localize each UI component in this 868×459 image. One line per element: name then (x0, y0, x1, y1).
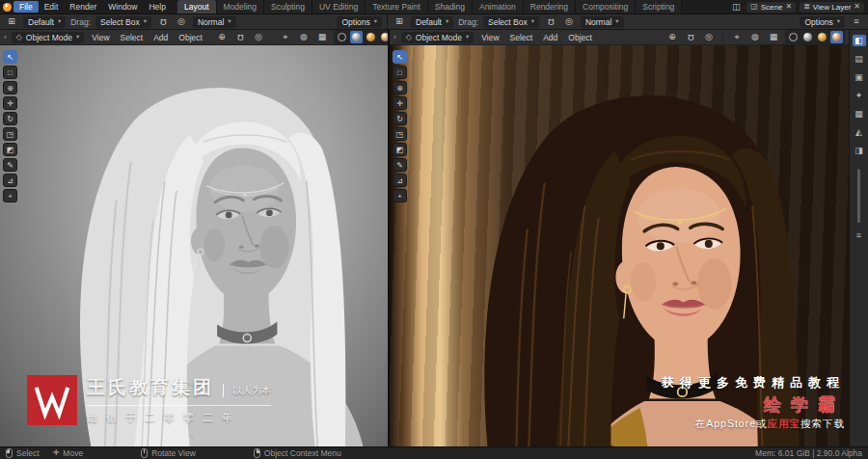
tab-compositing[interactable]: Compositing (576, 0, 636, 14)
snap-magnet-icon[interactable]: Ω (233, 32, 247, 43)
scale-tool[interactable]: ◳ (393, 127, 407, 141)
xray-icon[interactable]: ▦ (315, 32, 329, 43)
options-dropdown[interactable]: Options ▾ (337, 16, 382, 28)
select-box-tool[interactable]: □ (3, 66, 17, 79)
transform-tool[interactable]: ◩ (3, 143, 17, 156)
shading-wireframe-icon[interactable] (787, 31, 800, 43)
shading-rendered-icon[interactable] (830, 31, 843, 43)
menu-select[interactable]: Select (507, 33, 536, 42)
tab-sculpting[interactable]: Sculpting (264, 0, 312, 14)
blender-logo-icon[interactable] (0, 0, 14, 14)
proportional-editing-icon[interactable]: ◎ (252, 32, 265, 43)
menu-file[interactable]: File (14, 1, 39, 13)
shading-wireframe-icon[interactable] (336, 31, 348, 43)
tab-texture-paint[interactable]: Texture Paint (366, 0, 428, 14)
shading-material-icon[interactable] (365, 31, 377, 43)
cursor-tool[interactable]: ⊕ (3, 81, 17, 94)
rotate-tool[interactable]: ↻ (3, 112, 17, 125)
snap-magnet-icon[interactable]: Ω (544, 16, 557, 28)
menu-view[interactable]: View (478, 33, 502, 42)
drag-mode-dropdown[interactable]: Select Box ▾ (95, 16, 151, 28)
snap-magnet-icon[interactable]: Ω (156, 16, 170, 28)
cursor-tool[interactable]: ⊕ (393, 81, 407, 94)
tab-shading[interactable]: Shading (428, 0, 473, 14)
menu-object[interactable]: Object (176, 33, 205, 42)
menu-render[interactable]: Render (64, 0, 102, 14)
menu-object[interactable]: Object (565, 33, 595, 42)
proportional-editing-icon[interactable]: ◎ (562, 16, 576, 28)
tweak-tool[interactable]: ↖ (393, 50, 407, 64)
shading-solid-icon[interactable] (801, 31, 814, 43)
tab-rendering[interactable]: Rendering (524, 0, 576, 14)
close-icon[interactable]: ✕ (854, 3, 860, 11)
menu-select[interactable]: Select (118, 33, 147, 42)
annotate-tool[interactable]: ✎ (3, 158, 17, 172)
measure-tool[interactable]: ⊿ (393, 174, 407, 187)
tab-animation[interactable]: Animation (473, 0, 524, 14)
snap-target-dropdown[interactable]: Normal ▾ (193, 16, 236, 28)
close-icon[interactable]: ✕ (785, 3, 792, 11)
overlays-icon[interactable]: ◍ (297, 32, 311, 43)
watermark-since: 始创于二零零二年 (87, 405, 271, 425)
transform-orientation-icon[interactable]: ⊕ (665, 32, 679, 43)
add-cube-tool[interactable]: + (393, 189, 407, 202)
menu-add[interactable]: Add (150, 33, 171, 42)
move-tool[interactable]: ✛ (393, 96, 407, 110)
measure-tool[interactable]: ⊿ (3, 174, 17, 187)
shading-material-icon[interactable] (816, 31, 828, 43)
collapse-arrow-icon[interactable]: ‹ (4, 34, 7, 41)
menu-add[interactable]: Add (540, 33, 560, 42)
active-tool-icon[interactable]: ⊞ (5, 16, 18, 28)
snap-target-dropdown[interactable]: Normal ▾ (581, 16, 624, 28)
properties-tab-icon[interactable]: ◧ (853, 35, 866, 46)
orientation-dropdown[interactable]: Default ▾ (23, 16, 66, 28)
menu-window[interactable]: Window (102, 0, 143, 14)
tab-uv-editing[interactable]: UV Editing (312, 0, 366, 14)
menu-view[interactable]: View (89, 33, 112, 42)
collapse-arrow-icon[interactable]: ‹ (393, 34, 396, 41)
image-tab-icon[interactable]: ▣ (853, 71, 866, 83)
sliders-icon[interactable]: ≡ (850, 16, 863, 28)
menu-tab-icon[interactable]: ≡ (853, 230, 866, 241)
gizmo-icon[interactable]: ⌖ (730, 32, 744, 43)
xray-icon[interactable]: ▦ (767, 32, 780, 43)
tab-modeling[interactable]: Modeling (217, 0, 265, 14)
shading-solid-icon[interactable] (350, 31, 363, 43)
memory-version-info: Mem: 6.01 GiB | 2.90.0 Alpha (755, 448, 862, 458)
menu-help[interactable]: Help (143, 0, 171, 14)
mode-dropdown[interactable]: ◇ Object Mode ▾ (12, 32, 85, 43)
overlays-icon[interactable]: ◍ (748, 32, 762, 43)
workspace-icon[interactable]: ◫ (729, 1, 743, 13)
options-dropdown[interactable]: Options ▾ (800, 16, 845, 28)
active-tool-icon[interactable]: ⊞ (393, 16, 406, 28)
tab-layout[interactable]: Layout (177, 0, 217, 14)
transform-tool[interactable]: ◩ (393, 143, 407, 156)
select-box-tool[interactable]: □ (393, 66, 407, 79)
favorites-tab-icon[interactable]: ✦ (853, 90, 866, 101)
transform-orientation-icon[interactable]: ⊕ (215, 32, 229, 43)
scene-selector[interactable]: ◲ Scene ✕ (746, 2, 796, 13)
shading-rendered-icon[interactable] (379, 31, 388, 43)
mesh-tab-icon[interactable]: ◭ (853, 126, 866, 138)
annotate-tool[interactable]: ✎ (393, 158, 407, 172)
proportional-editing-icon[interactable]: ◎ (175, 16, 188, 28)
move-tool[interactable]: ✛ (3, 96, 17, 110)
rotate-tool[interactable]: ↻ (393, 112, 407, 125)
mode-dropdown[interactable]: ◇ Object Mode ▾ (401, 32, 475, 43)
chevron-down-icon: ▾ (466, 34, 469, 40)
drag-mode-dropdown[interactable]: Select Box ▾ (483, 16, 539, 28)
add-cube-tool[interactable]: + (3, 189, 17, 202)
scale-tool[interactable]: ◳ (3, 127, 17, 141)
snap-magnet-icon[interactable]: Ω (684, 32, 697, 43)
menu-edit[interactable]: Edit (39, 0, 65, 14)
scrollbar[interactable] (857, 169, 860, 223)
shading-tab-icon[interactable]: ◨ (853, 145, 866, 156)
grid-tab-icon[interactable]: ▦ (853, 108, 866, 120)
tab-scripting[interactable]: Scripting (636, 0, 682, 14)
proportional-editing-icon[interactable]: ◎ (702, 32, 716, 43)
view-layer-selector[interactable]: ≣ View Layer ✕ (800, 2, 864, 13)
outliner-tab-icon[interactable]: ▤ (853, 53, 866, 65)
orientation-dropdown[interactable]: Default ▾ (411, 16, 453, 28)
gizmo-icon[interactable]: ⌖ (279, 32, 292, 43)
tweak-tool[interactable]: ↖ (3, 50, 17, 64)
